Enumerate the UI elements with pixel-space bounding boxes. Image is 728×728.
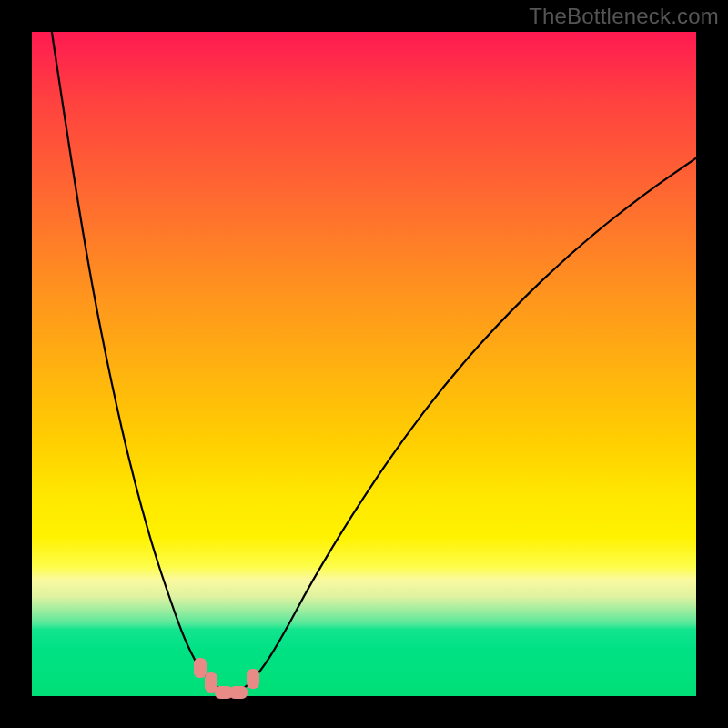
bottleneck-curve bbox=[32, 32, 696, 696]
bead-right bbox=[247, 669, 259, 689]
chart-frame: TheBottleneck.com bbox=[0, 0, 728, 728]
plot-area bbox=[32, 32, 696, 696]
curve-path bbox=[52, 32, 696, 692]
attribution-text: TheBottleneck.com bbox=[529, 4, 719, 29]
bead-bottom-right bbox=[229, 686, 248, 699]
